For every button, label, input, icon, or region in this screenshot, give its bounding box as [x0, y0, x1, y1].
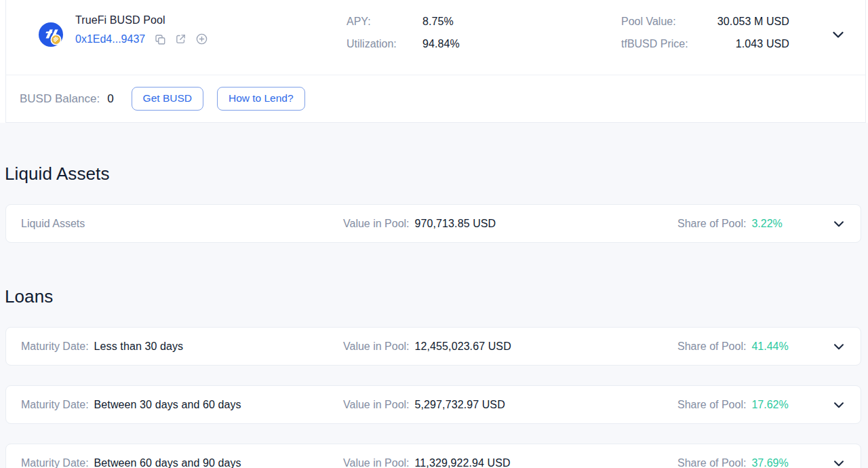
address-line: 0x1Ed4...9437 — [75, 33, 208, 45]
value-in-pool-label: Value in Pool: — [343, 457, 410, 468]
loan-row[interactable]: Maturity Date: Between 60 days and 90 da… — [5, 444, 861, 468]
maturity-cell: Maturity Date: Between 30 days and 60 da… — [21, 399, 241, 411]
pool-stats-right: Pool Value: 30.053 M USD tfBUSD Price: 1… — [621, 10, 789, 55]
chevron-down-icon[interactable] — [831, 397, 846, 412]
share-of-pool-value: 3.22% — [751, 218, 782, 230]
pool-header-area: TrueFi BUSD Pool 0x1Ed4...9437 — [0, 0, 868, 123]
loan-row[interactable]: Maturity Date: Between 30 days and 60 da… — [5, 385, 861, 424]
tfbusd-price-stat: tfBUSD Price: 1.043 USD — [621, 33, 789, 55]
maturity-cell: Maturity Date: Less than 30 days — [21, 340, 183, 353]
share-of-pool-cell: Share of Pool: 37.69% — [677, 457, 789, 468]
chevron-down-icon[interactable] — [831, 216, 846, 231]
pool-identity: TrueFi BUSD Pool 0x1Ed4...9437 — [75, 14, 208, 45]
how-to-lend-button[interactable]: How to Lend? — [217, 87, 305, 111]
liquid-assets-row-label: Liquid Assets — [21, 218, 85, 230]
pool-title: TrueFi BUSD Pool — [75, 14, 208, 26]
copy-icon[interactable] — [154, 33, 166, 45]
share-of-pool-value: 37.69% — [751, 457, 788, 468]
pool-address-link[interactable]: 0x1Ed4...9437 — [75, 33, 145, 45]
share-of-pool-cell: Share of Pool: 3.22% — [677, 218, 783, 230]
share-of-pool-value: 41.44% — [751, 340, 788, 353]
apy-stat: APY: 8.75% — [347, 10, 523, 33]
pool-header-row: TrueFi BUSD Pool 0x1Ed4...9437 — [6, 0, 865, 75]
value-in-pool-value: 11,329,922.94 USD — [415, 457, 511, 468]
maturity-date-value: Less than 30 days — [94, 340, 184, 353]
plus-circle-icon[interactable] — [195, 33, 208, 45]
chevron-down-icon[interactable] — [831, 456, 846, 468]
share-of-pool-label: Share of Pool: — [677, 457, 746, 468]
pool-stats-left: APY: 8.75% Utilization: 94.84% — [347, 10, 523, 55]
tfbusd-price-value: 1.043 USD — [736, 38, 789, 50]
liquid-assets-row[interactable]: Liquid Assets Value in Pool: 970,713.85 … — [5, 204, 861, 243]
maturity-date-value: Between 60 days and 90 days — [94, 457, 241, 468]
share-of-pool-label: Share of Pool: — [677, 399, 746, 411]
pool-value-stat: Pool Value: 30.053 M USD — [621, 10, 789, 33]
pool-value-label: Pool Value: — [621, 16, 676, 28]
value-in-pool-cell: Value in Pool: 5,297,732.97 USD — [343, 399, 505, 411]
value-in-pool-label: Value in Pool: — [343, 399, 410, 411]
value-in-pool-value: 5,297,732.97 USD — [415, 399, 505, 411]
busd-balance-label: BUSD Balance: — [20, 92, 100, 106]
liquid-assets-heading: Liquid Assets — [5, 163, 110, 184]
chevron-down-icon[interactable] — [831, 339, 846, 354]
loan-row[interactable]: Maturity Date: Less than 30 days Value i… — [5, 327, 861, 366]
utilization-label: Utilization: — [347, 38, 422, 50]
balance-bar: BUSD Balance: 0 Get BUSD How to Lend? — [6, 75, 865, 122]
truefi-logo — [38, 22, 64, 47]
share-of-pool-label: Share of Pool: — [677, 218, 746, 230]
share-of-pool-cell: Share of Pool: 41.44% — [677, 340, 789, 353]
value-in-pool-label: Value in Pool: — [343, 340, 410, 353]
share-of-pool-label: Share of Pool: — [677, 340, 746, 353]
pool-value-value: 30.053 M USD — [717, 16, 789, 28]
value-in-pool-value: 12,455,023.67 USD — [415, 340, 511, 353]
utilization-stat: Utilization: 94.84% — [347, 33, 523, 55]
value-in-pool-cell: Value in Pool: 12,455,023.67 USD — [343, 340, 511, 353]
apy-label: APY: — [347, 16, 422, 28]
tfbusd-price-label: tfBUSD Price: — [621, 38, 688, 50]
busd-balance-value: 0 — [107, 92, 113, 106]
maturity-date-label: Maturity Date: — [21, 340, 89, 353]
loans-heading: Loans — [5, 286, 53, 307]
value-in-pool-cell: Value in Pool: 11,329,922.94 USD — [343, 457, 511, 468]
maturity-cell: Maturity Date: Between 60 days and 90 da… — [21, 457, 241, 468]
share-of-pool-cell: Share of Pool: 17.62% — [677, 399, 789, 411]
value-in-pool-value: 970,713.85 USD — [415, 218, 496, 230]
value-in-pool-label: Value in Pool: — [343, 218, 410, 230]
external-link-icon[interactable] — [175, 33, 186, 45]
share-of-pool-value: 17.62% — [751, 399, 788, 411]
get-busd-button[interactable]: Get BUSD — [132, 87, 203, 111]
pool-summary-card: TrueFi BUSD Pool 0x1Ed4...9437 — [5, 0, 866, 123]
value-in-pool-cell: Value in Pool: 970,713.85 USD — [343, 218, 496, 230]
maturity-date-label: Maturity Date: — [21, 457, 89, 468]
utilization-value: 94.84% — [422, 38, 460, 50]
chevron-down-icon[interactable] — [830, 26, 846, 45]
apy-value: 8.75% — [422, 16, 454, 28]
maturity-date-label: Maturity Date: — [21, 399, 89, 411]
maturity-date-value: Between 30 days and 60 days — [94, 399, 241, 411]
